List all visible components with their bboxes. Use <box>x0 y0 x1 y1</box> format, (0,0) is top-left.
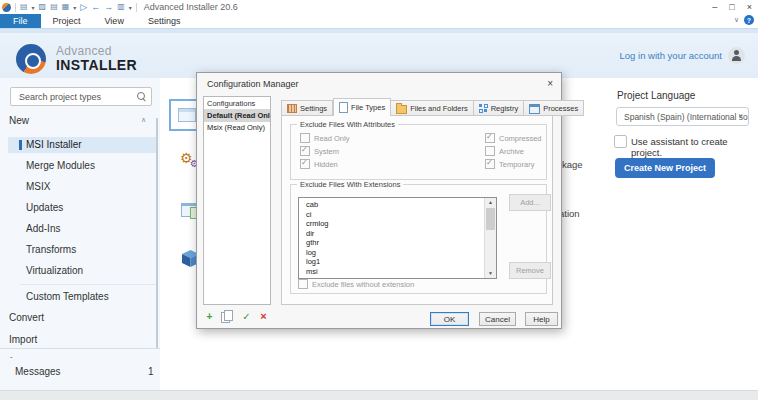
checkbox-archive[interactable]: Archive <box>485 146 524 156</box>
sidebar-item-transforms[interactable]: Transforms <box>8 242 157 258</box>
remove-extension-button[interactable]: Remove <box>509 262 551 279</box>
checkbox-no-extension[interactable]: Exclude files without extension <box>298 279 414 289</box>
tab-file[interactable]: File <box>0 14 41 28</box>
sidebar-item-merge-modules[interactable]: Merge Modules <box>8 158 157 174</box>
tab-project[interactable]: Project <box>41 14 93 28</box>
maximize-button[interactable]: □ <box>729 2 734 12</box>
collapse-dash[interactable]: - <box>10 352 13 361</box>
create-new-project-button[interactable]: Create New Project <box>615 158 715 178</box>
checkbox-label: Compressed <box>499 134 542 143</box>
chevron-down-icon: ∨ <box>738 112 743 120</box>
login-link[interactable]: Log in with your account <box>620 50 722 61</box>
tools-icon[interactable]: ▦ <box>62 2 70 12</box>
window-title: Advanced Installer 20.6 <box>144 2 238 12</box>
sidebar-item-label: Custom Templates <box>26 289 109 305</box>
run-icon[interactable]: ▷ <box>80 2 87 12</box>
checkbox-temporary[interactable]: Temporary <box>485 159 534 169</box>
app-icon <box>2 3 11 12</box>
account-avatar-icon[interactable] <box>728 47 745 64</box>
extension-row[interactable]: gthr <box>299 238 485 248</box>
sidebar-item-msi-installer[interactable]: MSI Installer <box>8 137 157 153</box>
search-input[interactable]: Search project types <box>10 87 152 106</box>
add-extension-button[interactable]: Add... <box>509 194 551 211</box>
checkbox-system[interactable]: System <box>300 146 339 156</box>
sidebar-item-virtualization[interactable]: Virtualization <box>8 263 157 279</box>
add-configuration-icon[interactable]: + <box>202 310 217 323</box>
collapse-ribbon-icon[interactable]: ∨ <box>734 16 739 24</box>
project-language-select[interactable]: Spanish (Spain) (International so ∨ <box>616 107 749 126</box>
sidebar-section-new[interactable]: New <box>9 115 29 126</box>
close-button[interactable]: × <box>747 2 752 12</box>
dialog-close-icon[interactable]: × <box>547 78 553 89</box>
configuration-row-msix[interactable]: Msix (Read Only) <box>204 122 270 134</box>
extension-row[interactable]: dir <box>299 229 485 239</box>
project-language-value: Spanish (Spain) (International so <box>624 112 748 122</box>
toolbar-options-caret-icon[interactable]: ▾ <box>129 4 132 11</box>
sidebar-item-add-ins[interactable]: Add-Ins <box>8 221 157 237</box>
save-all-icon[interactable]: ▤ <box>50 2 58 12</box>
build-icon[interactable]: ▨ <box>39 2 47 12</box>
sidebar-item-msix[interactable]: MSIX <box>8 179 157 195</box>
messages-item[interactable]: Messages <box>15 366 61 377</box>
extension-row[interactable]: log <box>299 248 485 258</box>
listbox-scrollbar[interactable]: ▲ ▼ <box>484 198 496 278</box>
checkbox-icon <box>485 159 495 169</box>
chevron-up-icon[interactable]: ∧ <box>141 116 146 124</box>
checkbox-read-only[interactable]: Read Only <box>300 133 349 143</box>
title-bar: ▤ ▾ ▨ ▤ ▦ ▾ ▷ ← → ▥ ▾ Advanced Installer… <box>0 0 758 14</box>
brand-name-bottom: INSTALLER <box>56 57 137 73</box>
brand-name-top: Advanced <box>56 44 112 58</box>
delete-configuration-icon[interactable]: × <box>256 310 271 323</box>
tab-file-types[interactable]: File Types <box>333 98 391 116</box>
sidebar-item-updates[interactable]: Updates <box>8 200 157 216</box>
checkbox-label: Hidden <box>314 160 338 169</box>
sidebar-section-import[interactable]: Import <box>9 334 37 345</box>
minimize-button[interactable]: – <box>712 2 717 12</box>
save-caret-icon[interactable]: ▾ <box>32 4 35 11</box>
sidebar-item-custom-templates[interactable]: Custom Templates <box>8 289 157 305</box>
apply-configuration-icon[interactable]: ✓ <box>239 310 254 323</box>
cancel-button[interactable]: Cancel <box>479 312 516 326</box>
checkbox-compressed[interactable]: Compressed <box>485 133 542 143</box>
group-title: Exclude Files With Extensions <box>297 180 403 189</box>
file-types-tab-pane: Exclude Files With Attributes Read Only … <box>281 115 553 305</box>
extension-row[interactable]: ci <box>299 210 485 220</box>
scrollbar-thumb[interactable] <box>486 208 495 230</box>
publish-icon[interactable]: ▥ <box>117 2 125 12</box>
configurations-list: Configurations Default (Read Only) Msix … <box>203 96 271 305</box>
sidebar-section-convert[interactable]: Convert <box>9 312 44 323</box>
checkbox-label: Exclude files without extension <box>312 280 414 289</box>
forward-icon[interactable]: → <box>104 2 113 12</box>
tab-settings[interactable]: Settings <box>136 14 193 28</box>
tab-view[interactable]: View <box>93 14 136 28</box>
exclude-attributes-group: Exclude Files With Attributes Read Only … <box>290 124 547 180</box>
scroll-down-icon[interactable]: ▼ <box>485 269 496 278</box>
duplicate-configuration-icon[interactable] <box>221 312 230 323</box>
ok-button[interactable]: OK <box>430 312 469 326</box>
tab-label: Processes <box>543 104 578 113</box>
checkbox-icon <box>298 279 308 289</box>
help-icon[interactable]: ? <box>744 15 754 25</box>
help-button[interactable]: Help <box>525 312 558 326</box>
back-icon[interactable]: ← <box>91 2 100 12</box>
separator <box>136 3 137 12</box>
tab-files-and-folders[interactable]: Files and Folders <box>391 100 474 116</box>
save-icon[interactable]: ▤ <box>20 2 28 12</box>
use-assistant-checkbox[interactable] <box>614 135 627 148</box>
sidebar-scrollbar[interactable] <box>156 118 158 348</box>
separator <box>15 3 16 12</box>
tab-settings[interactable]: Settings <box>281 100 333 116</box>
scroll-up-icon[interactable]: ▲ <box>485 198 496 207</box>
advanced-installer-logo-icon <box>16 44 46 74</box>
extensions-listbox[interactable]: cab ci crmlog dir gthr log log1 msi ▲ ▼ <box>298 197 497 279</box>
configuration-row-default[interactable]: Default (Read Only) <box>204 110 270 122</box>
tab-registry[interactable]: Registry <box>474 100 525 116</box>
extension-row[interactable]: log1 <box>299 257 485 267</box>
extension-row[interactable]: crmlog <box>299 219 485 229</box>
extension-row[interactable]: cab <box>299 200 485 210</box>
tab-processes[interactable]: Processes <box>524 100 584 116</box>
truncated-label-fragment: ation <box>559 208 580 219</box>
tools-caret-icon[interactable]: ▾ <box>73 4 76 11</box>
checkbox-hidden[interactable]: Hidden <box>300 159 338 169</box>
extension-row[interactable]: msi <box>299 267 485 277</box>
